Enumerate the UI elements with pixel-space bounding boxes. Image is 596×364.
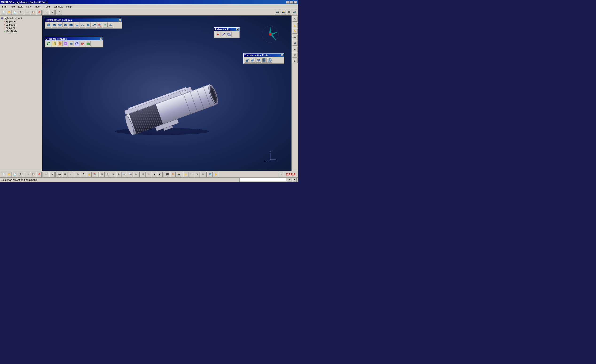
clone-button[interactable]: ⎘ bbox=[292, 52, 298, 58]
annotate-button[interactable]: ABC bbox=[292, 35, 298, 40]
new-button[interactable]: 📄 bbox=[1, 10, 6, 15]
bt-copy[interactable]: 📋 bbox=[31, 172, 36, 177]
pad-button[interactable] bbox=[46, 22, 51, 28]
plane-button[interactable] bbox=[227, 32, 232, 37]
bt-design-table[interactable]: ⊞ bbox=[62, 172, 67, 177]
what-is-button[interactable]: ? bbox=[57, 10, 62, 15]
thick-surface-button[interactable] bbox=[108, 22, 113, 28]
menu-insert[interactable]: Insert bbox=[33, 5, 43, 8]
bt-catalog[interactable]: 📚 bbox=[92, 172, 97, 177]
tree-yz-plane[interactable]: ╱ yz plane bbox=[4, 23, 41, 26]
cut-button[interactable]: ✂ bbox=[25, 10, 30, 15]
camera3-button[interactable]: 🎥 bbox=[286, 10, 291, 15]
bt-undo[interactable]: ↩ bbox=[44, 172, 49, 177]
menu-tools[interactable]: Tools bbox=[43, 5, 52, 8]
menu-file[interactable]: File bbox=[9, 5, 16, 8]
bt-rotate-view[interactable]: ↻ bbox=[116, 172, 121, 177]
tree-zx-plane[interactable]: ╱ zx plane bbox=[4, 26, 41, 29]
menu-help[interactable]: Help bbox=[65, 5, 73, 8]
undo-button[interactable]: ↩ bbox=[44, 10, 49, 15]
menu-start[interactable]: Start bbox=[0, 5, 9, 8]
constraints-button[interactable]: 📐 bbox=[292, 23, 298, 28]
command-input[interactable] bbox=[239, 178, 286, 182]
bt-option[interactable]: ⚙ bbox=[200, 172, 205, 177]
bt-expand[interactable]: » bbox=[279, 172, 284, 177]
thickness-button[interactable] bbox=[69, 41, 74, 46]
bt-print2[interactable]: 🖨 bbox=[18, 172, 23, 177]
history-button[interactable]: ↩ bbox=[292, 47, 298, 52]
bt-analysis[interactable]: ⚗ bbox=[81, 172, 86, 177]
status-ok-button[interactable]: ✓ bbox=[287, 178, 291, 182]
status-cancel-button[interactable]: ✗ bbox=[292, 178, 297, 182]
bt-apply-mat[interactable]: 🎨 bbox=[170, 172, 176, 177]
paste-button[interactable]: 📌 bbox=[37, 10, 42, 15]
bt-zoom-out[interactable]: 🔍- bbox=[128, 172, 133, 177]
groove-button[interactable] bbox=[63, 22, 68, 28]
tree-root[interactable]: ⚙ Lightsaber Back bbox=[1, 16, 41, 20]
bt-capture[interactable]: 📸 bbox=[176, 172, 181, 177]
bt-measure2[interactable]: 📐 bbox=[183, 172, 188, 177]
shell-button[interactable] bbox=[63, 41, 68, 46]
menu-window[interactable]: Window bbox=[52, 5, 64, 8]
menu-edit[interactable]: Edit bbox=[17, 5, 24, 8]
viewport[interactable]: Sketch-Based Features × bbox=[42, 15, 291, 171]
bt-multi-view[interactable]: ⊞ bbox=[141, 172, 146, 177]
chamfer-button[interactable] bbox=[52, 41, 57, 46]
redo-button[interactable]: ↪ bbox=[49, 10, 54, 15]
print-button[interactable]: 🖨 bbox=[18, 10, 23, 15]
bt-render[interactable]: ⬛ bbox=[165, 172, 170, 177]
tree-xy-plane[interactable]: ╱ xy plane bbox=[4, 20, 41, 23]
bt-open[interactable]: 📂 bbox=[7, 172, 12, 177]
bt-hand[interactable]: ✋ bbox=[213, 172, 218, 177]
tree-partbody[interactable]: ✦ PartBody bbox=[4, 29, 41, 33]
bt-new[interactable]: 📄 bbox=[1, 172, 6, 177]
bt-cut[interactable]: ✂ bbox=[25, 172, 30, 177]
shaft-button[interactable] bbox=[57, 22, 62, 28]
bt-pan[interactable]: ✥ bbox=[111, 172, 116, 177]
symmetry-button[interactable] bbox=[256, 58, 261, 63]
camera1-button[interactable]: 📷 bbox=[275, 10, 280, 15]
bt-redo[interactable]: ↪ bbox=[49, 172, 54, 177]
hole-button[interactable] bbox=[69, 22, 74, 28]
draft-button[interactable] bbox=[57, 41, 62, 46]
reference-el-titlebar[interactable]: Reference EL... × bbox=[214, 28, 239, 31]
bt-shading[interactable]: ◼ bbox=[152, 172, 157, 177]
print-sidebar-button[interactable]: 🖨 bbox=[292, 58, 298, 63]
transformation-close[interactable]: × bbox=[281, 54, 283, 56]
menu-view[interactable]: View bbox=[24, 5, 33, 8]
line-button[interactable] bbox=[221, 32, 226, 37]
reference-el-close[interactable]: × bbox=[236, 28, 238, 30]
bt-browser[interactable]: 🌐 bbox=[208, 172, 213, 177]
camera2-button[interactable]: 📸 bbox=[281, 10, 286, 15]
bt-zoom-in[interactable]: 🔍+ bbox=[122, 172, 127, 177]
sketch-based-close[interactable]: × bbox=[119, 19, 121, 21]
bt-align[interactable]: ⊢ bbox=[189, 172, 194, 177]
save-button[interactable]: 💾 bbox=[12, 10, 17, 15]
transformation-titlebar[interactable]: Transformation Featu... × bbox=[244, 54, 284, 57]
bt-save[interactable]: 💾 bbox=[12, 172, 17, 177]
measure-button[interactable]: 📏 bbox=[292, 29, 298, 34]
bt-snap[interactable]: ⊞ bbox=[75, 172, 80, 177]
rotate-button[interactable] bbox=[250, 58, 255, 63]
scale-button[interactable] bbox=[267, 58, 272, 63]
loft-button[interactable] bbox=[91, 22, 96, 28]
fillet-button[interactable] bbox=[46, 41, 51, 46]
bt-shading-edges[interactable]: ◧ bbox=[157, 172, 163, 177]
maximize-button[interactable]: □ bbox=[290, 1, 293, 4]
remove-face-button[interactable] bbox=[80, 41, 85, 46]
3d-model[interactable] bbox=[91, 56, 232, 138]
copy-button[interactable]: 📋 bbox=[31, 10, 36, 15]
bt-section[interactable]: ⊝ bbox=[194, 172, 200, 177]
slot-button[interactable] bbox=[80, 22, 85, 28]
title-bar-controls[interactable]: _ □ × bbox=[286, 1, 297, 4]
compass-widget[interactable] bbox=[261, 25, 280, 44]
bt-paste[interactable]: 📌 bbox=[37, 172, 42, 177]
dress-up-close[interactable]: × bbox=[100, 37, 102, 40]
stiffener-button[interactable] bbox=[86, 22, 91, 28]
bt-normal-view[interactable]: ⊥ bbox=[133, 172, 138, 177]
translate-button[interactable] bbox=[245, 58, 250, 63]
bt-lock[interactable]: 🔒 bbox=[87, 172, 92, 177]
close-button[interactable]: × bbox=[294, 1, 297, 4]
thread-button[interactable] bbox=[74, 41, 79, 46]
bt-zoom-fit[interactable]: ⊡ bbox=[99, 172, 104, 177]
